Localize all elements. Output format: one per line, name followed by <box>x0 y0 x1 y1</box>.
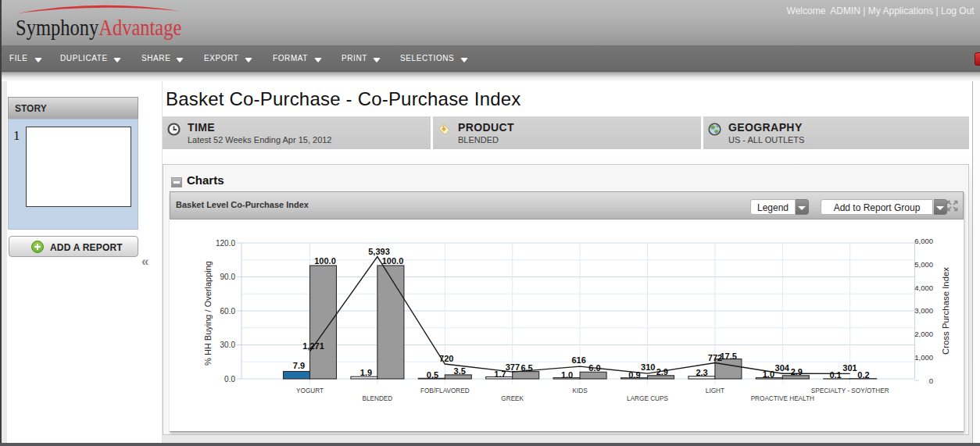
svg-text:60.0: 60.0 <box>220 307 236 316</box>
svg-text:YOGURT: YOGURT <box>296 387 324 394</box>
svg-text:2,000: 2,000 <box>914 330 933 338</box>
svg-text:6.5: 6.5 <box>520 363 532 373</box>
svg-text:1.9: 1.9 <box>360 368 372 377</box>
svg-text:FOB/FLAVORED: FOB/FLAVORED <box>420 387 470 394</box>
svg-text:2.3: 2.3 <box>696 368 707 377</box>
svg-text:377: 377 <box>506 362 520 372</box>
svg-text:0.9: 0.9 <box>628 370 640 380</box>
svg-text:100.0: 100.0 <box>382 256 404 266</box>
svg-text:5,393: 5,393 <box>368 247 390 256</box>
svg-text:BLENDED: BLENDED <box>363 395 393 402</box>
svg-text:1,271: 1,271 <box>302 341 324 351</box>
svg-text:1.7: 1.7 <box>494 369 506 379</box>
svg-text:310: 310 <box>641 362 655 372</box>
svg-text:301: 301 <box>842 363 857 373</box>
svg-text:616: 616 <box>571 355 585 365</box>
svg-text:6.0: 6.0 <box>588 363 600 373</box>
svg-text:0.5: 0.5 <box>427 370 438 380</box>
svg-text:1,000: 1,000 <box>914 353 933 362</box>
svg-text:GREEK: GREEK <box>501 395 524 402</box>
svg-text:0.1: 0.1 <box>829 370 841 380</box>
svg-text:0: 0 <box>929 376 933 385</box>
svg-text:100.0: 100.0 <box>314 256 336 266</box>
svg-text:KIDS: KIDS <box>573 387 588 394</box>
svg-text:5,000: 5,000 <box>914 260 933 269</box>
svg-text:0.2: 0.2 <box>857 370 869 380</box>
svg-text:17.5: 17.5 <box>720 351 736 361</box>
svg-text:LARGE CUPS: LARGE CUPS <box>627 395 668 402</box>
svg-text:120.0: 120.0 <box>216 239 235 248</box>
svg-text:720: 720 <box>439 354 453 363</box>
svg-text:90.0: 90.0 <box>220 273 236 281</box>
svg-text:7.9: 7.9 <box>293 361 305 370</box>
svg-text:PROACTIVE HEALTH: PROACTIVE HEALTH <box>751 395 814 402</box>
svg-text:3.5: 3.5 <box>454 366 466 376</box>
svg-text:30.0: 30.0 <box>220 341 236 349</box>
svg-text:% HH Buying / Overlapping: % HH Buying / Overlapping <box>203 261 213 366</box>
svg-text:3,000: 3,000 <box>914 306 933 315</box>
svg-text:2.9: 2.9 <box>791 367 803 376</box>
svg-text:LIGHT: LIGHT <box>706 387 724 394</box>
svg-text:6,000: 6,000 <box>914 237 933 245</box>
svg-text:1.0: 1.0 <box>763 369 774 379</box>
svg-text:2.9: 2.9 <box>656 367 668 376</box>
svg-text:1.0: 1.0 <box>561 370 573 380</box>
svg-text:304: 304 <box>775 363 790 373</box>
svg-text:4,000: 4,000 <box>914 284 933 292</box>
svg-text:SPECIALTY - SOY/OTHER: SPECIALTY - SOY/OTHER <box>811 387 889 394</box>
svg-text:0.0: 0.0 <box>224 375 235 384</box>
svg-text:Cross Purchase Index: Cross Purchase Index <box>941 267 950 355</box>
svg-text:772: 772 <box>708 353 722 362</box>
